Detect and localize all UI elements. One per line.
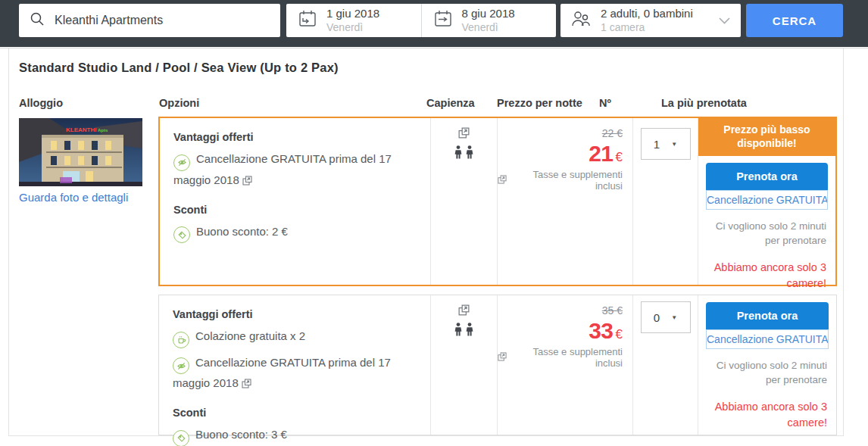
search-icon [30,11,45,30]
discounts-title: Sconti [173,204,420,216]
chevron-down-icon [719,14,730,27]
capacity-cell [430,295,497,435]
capacity-cell [430,118,497,285]
popup-info-icon[interactable] [498,175,507,186]
breakfast-icon [173,332,189,348]
checkin-date: 1 giu 2018 [326,7,379,21]
book-now-button[interactable]: Prenota ora [706,163,828,190]
free-cancellation-icon [173,357,189,374]
quantity-select[interactable]: 1▼ [641,128,691,160]
quantity-cell: 1▼ [632,118,698,285]
svg-text:KLEANTHI: KLEANTHI [66,126,96,133]
rate-row-2: Vantaggi offerti Colazione gratuita x 2 [158,295,837,435]
old-price: 35 € [498,304,623,317]
benefit-voucher: Buono sconto: 2 € [173,223,420,244]
voucher-tag-icon [173,226,190,243]
checkin-field[interactable]: 1 giu 2018 Venerdì [286,4,421,37]
best-price-badge: Prezzo più basso disponibile! [698,118,835,156]
photo-details-link[interactable]: Guarda foto e dettagli [19,191,148,204]
calendar-checkin-icon [298,9,317,32]
col-header-alloggio: Alloggio [19,97,63,109]
col-header-capienza: Capienza [426,97,475,109]
select-caret-icon: ▼ [671,314,677,321]
price-cell: 35 € 33€ Tasse e supplementi inclusi [497,295,632,435]
capacity-persons-icon [454,145,474,159]
current-price: 33€ [498,318,623,344]
options-cell: Vantaggi offerti Cancellazione GRATUITA … [160,118,430,285]
benefit-breakfast: Colazione gratuita x 2 [173,327,420,348]
calendar-checkout-icon [433,9,453,32]
advantages-title: Vantaggi offerti [173,131,420,143]
benefit-voucher: Buono sconto: 3 € [173,426,420,446]
svg-text:Apts: Apts [98,128,108,133]
guests-icon [571,10,592,31]
hotel-photo[interactable]: KLEANTHI Apts [19,118,142,186]
popup-info-icon[interactable] [242,173,252,191]
price-cell: 22 € 21€ Tasse e supplementi inclusi [497,118,632,285]
accommodation-cell: KLEANTHI Apts Guarda foto e dettagli [19,118,148,204]
tax-note: Tasse e supplementi inclusi [498,346,623,369]
col-header-prezzo: Prezzo per notte [497,97,582,109]
booking-minutes-note: Ci vogliono solo 2 minuti per prenotare [706,220,828,248]
guests-summary: 2 adulti, 0 bambini [601,7,693,21]
search-input[interactable] [53,13,268,28]
dates-picker: 1 giu 2018 Venerdì 8 giu 2018 Venerdì [286,4,556,37]
search-toolbar: 1 giu 2018 Venerdì 8 giu 2018 Venerdì [0,0,868,47]
benefit-free-cancellation: Cancellazione GRATUITA prima del 17 magg… [173,150,420,191]
voucher-tag-icon [173,430,189,446]
checkout-field[interactable]: 8 giu 2018 Venerdì [422,4,557,37]
booking-cell: Prezzo più basso disponibile! Prenota or… [698,118,835,285]
old-price: 22 € [498,127,623,139]
booking-cell: Prenota ora Cancellazione GRATUITA Ci vo… [698,295,836,435]
select-caret-icon: ▼ [671,141,677,148]
free-cancellation-icon [173,154,190,171]
col-header-opzioni: Opzioni [159,97,199,109]
quantity-cell: 0▼ [632,295,698,435]
col-header-numero: Nº [599,97,611,109]
capacity-persons-icon [454,323,474,336]
rooms-left-warning: Abbiamo ancora solo 3 camere! [706,260,828,292]
checkout-day: Venerdì [462,21,515,35]
free-cancellation-link[interactable]: Cancellazione GRATUITA [706,190,828,210]
col-header-prenotata: La più prenotata [661,97,747,109]
rooms-left-warning: Abbiamo ancora solo 3 camere! [706,399,829,431]
options-cell: Vantaggi offerti Colazione gratuita x 2 [159,295,430,435]
book-now-button[interactable]: Prenota ora [706,302,829,329]
benefit-free-cancellation: Cancellazione GRATUITA prima del 17 magg… [173,354,420,395]
booking-minutes-note: Ci vogliono solo 2 minuti per prenotare [706,359,829,388]
room-type-title: Standard Studio Land / Pool / Sea View (… [19,61,339,75]
quantity-select[interactable]: 0▼ [641,301,691,333]
discounts-title: Sconti [173,407,420,419]
tax-note: Tasse e supplementi inclusi [498,169,623,192]
popup-info-icon[interactable] [498,352,507,363]
guests-selector[interactable]: 2 adulti, 0 bambini 1 camera [560,4,741,37]
advantages-title: Vantaggi offerti [173,308,420,320]
checkout-date: 8 giu 2018 [462,7,515,21]
results-card: Standard Studio Land / Pool / Sea View (… [8,48,844,436]
destination-search-box[interactable] [19,4,280,37]
popup-info-icon[interactable] [458,304,470,319]
popup-info-icon[interactable] [242,376,251,394]
search-button[interactable]: CERCA [746,4,843,37]
current-price: 21€ [498,141,623,167]
rooms-summary: 1 camera [601,21,693,35]
checkin-day: Venerdì [326,21,379,35]
free-cancellation-link[interactable]: Cancellazione GRATUITA [706,329,829,349]
popup-info-icon[interactable] [458,127,470,142]
rate-row-1: Vantaggi offerti Cancellazione GRATUITA … [158,117,837,286]
